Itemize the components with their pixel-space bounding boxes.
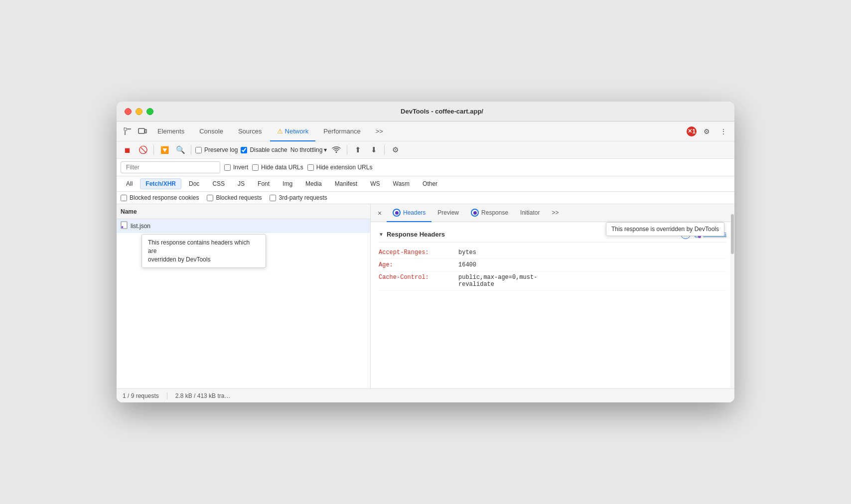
stop-recording-button[interactable]: ⏹	[121, 143, 134, 156]
filter-input[interactable]	[121, 161, 220, 173]
tab-elements[interactable]: Elements	[150, 122, 191, 141]
invert-input[interactable]	[224, 164, 231, 171]
svg-rect-0	[124, 128, 127, 130]
filter-all[interactable]: All	[121, 178, 138, 189]
hide-data-urls-input[interactable]	[252, 164, 259, 171]
detail-panel: × Headers Preview	[371, 204, 734, 388]
tab-network[interactable]: ⚠ Network	[270, 122, 316, 141]
section-arrow: ▼	[379, 232, 384, 237]
warning-icon: ⚠	[277, 127, 283, 135]
preserve-log-checkbox[interactable]: Preserve log	[195, 146, 238, 153]
filter-font[interactable]: Font	[252, 178, 275, 189]
filter-wasm[interactable]: Wasm	[388, 178, 416, 189]
header-row-age: Age: 16400	[379, 259, 726, 271]
filter-icon[interactable]: 🔽	[158, 143, 171, 156]
maximize-button[interactable]	[146, 108, 153, 115]
request-row[interactable]: list.json This response contains headers…	[117, 219, 370, 233]
override-circle-fill	[395, 211, 399, 215]
tab-headers[interactable]: Headers	[387, 205, 431, 222]
filter-bar: Invert Hide data URLs Hide extension URL…	[117, 159, 734, 176]
filter-css[interactable]: CSS	[207, 178, 230, 189]
toolbar-separator-1	[153, 145, 154, 155]
settings-gear-icon[interactable]: ⚙	[389, 143, 402, 156]
disable-cache-checkbox[interactable]: Disable cache	[241, 146, 287, 153]
hide-data-urls-checkbox[interactable]: Hide data URLs	[252, 164, 303, 171]
third-party-checkbox[interactable]: 3rd-party requests	[270, 194, 327, 201]
svg-point-3	[336, 151, 337, 153]
tab-more[interactable]: >>	[369, 122, 390, 141]
disable-cache-input[interactable]	[241, 147, 247, 153]
hide-extension-urls-checkbox[interactable]: Hide extension URLs	[307, 164, 373, 171]
device-icon[interactable]	[136, 125, 149, 138]
search-icon[interactable]: 🔍	[174, 143, 187, 156]
filter-ws[interactable]: WS	[365, 178, 385, 189]
tab-more-detail[interactable]: >>	[546, 205, 565, 222]
devtools-body: Elements Console Sources ⚠ Network Perfo…	[117, 122, 734, 402]
wifi-icon[interactable]	[330, 143, 343, 156]
close-button[interactable]	[125, 108, 132, 115]
window-title: DevTools - coffee-cart.app/	[157, 108, 726, 115]
nav-tabs: Elements Console Sources ⚠ Network Perfo…	[117, 122, 734, 141]
toolbar-separator-4	[384, 145, 385, 155]
minimize-button[interactable]	[136, 108, 142, 115]
chevron-down-icon: ▾	[324, 146, 327, 153]
headers-override-indicator	[393, 209, 401, 217]
blocked-cookies-checkbox[interactable]: Blocked response cookies	[121, 194, 199, 201]
response-override-tooltip: This response is overridden by DevTools	[606, 222, 724, 236]
close-detail-button[interactable]: ×	[375, 208, 385, 218]
response-override-fill	[473, 211, 477, 215]
header-row-cache-control: Cache-Control: public,max-age=0,must- re…	[379, 271, 726, 291]
scrollbar-track[interactable]	[730, 204, 734, 388]
filter-img[interactable]: Img	[277, 178, 298, 189]
blocked-cookies-input[interactable]	[121, 195, 127, 201]
title-bar: DevTools - coffee-cart.app/	[117, 102, 734, 122]
tab-response[interactable]: Response	[465, 205, 514, 222]
tab-initiator[interactable]: Initiator	[514, 205, 546, 222]
inspect-icon[interactable]	[121, 125, 135, 138]
tab-performance[interactable]: Performance	[316, 122, 367, 141]
toolbar-separator-3	[347, 145, 347, 155]
transfer-size: 2.8 kB / 413 kB tra…	[175, 392, 231, 399]
tab-console[interactable]: Console	[192, 122, 230, 141]
hide-extension-urls-input[interactable]	[307, 164, 314, 171]
third-party-input[interactable]	[270, 195, 276, 201]
clear-button[interactable]: 🚫	[137, 143, 149, 156]
request-name: list.json	[131, 223, 150, 230]
main-area: Name list.json This response contains he…	[117, 204, 734, 388]
filter-type-bar: All Fetch/XHR Doc CSS JS Font Img Media …	[117, 176, 734, 192]
preserve-log-input[interactable]	[195, 147, 202, 153]
filter-manifest[interactable]: Manifest	[329, 178, 363, 189]
download-icon[interactable]: ⬇	[367, 143, 380, 156]
toolbar-separator-2	[191, 145, 191, 155]
filter-js[interactable]: JS	[232, 178, 250, 189]
headers-content: ▼ Response Headers ? .headers	[371, 222, 734, 388]
throttle-select[interactable]: No throttling ▾	[290, 146, 327, 153]
network-toolbar: ⏹ 🚫 🔽 🔍 Preserve log Disable cache No th…	[117, 141, 734, 159]
invert-checkbox[interactable]: Invert	[224, 164, 248, 171]
tab-preview[interactable]: Preview	[431, 205, 465, 222]
nav-right: ✕ 1 ⚙ ⋮	[687, 125, 730, 138]
settings-icon[interactable]: ⚙	[700, 125, 713, 138]
more-options-icon[interactable]: ⋮	[716, 125, 730, 138]
scrollbar-thumb[interactable]	[731, 214, 734, 254]
response-override-indicator	[471, 209, 479, 217]
svg-point-5	[122, 226, 124, 228]
filter-media[interactable]: Media	[300, 178, 327, 189]
detail-tabs: × Headers Preview	[371, 204, 734, 222]
error-badge[interactable]: ✕ 1	[687, 126, 697, 136]
requests-header: Name	[117, 204, 370, 219]
filter-other[interactable]: Other	[417, 178, 443, 189]
request-count: 1 / 9 requests	[123, 392, 159, 399]
blocked-requests-checkbox[interactable]: Blocked requests	[207, 194, 262, 201]
status-separator	[167, 392, 167, 399]
blocked-requests-input[interactable]	[207, 195, 213, 201]
header-override-tooltip: This response contains headers which are…	[142, 234, 266, 268]
filter-fetch-xhr[interactable]: Fetch/XHR	[140, 178, 181, 189]
file-icon	[121, 221, 128, 231]
status-bar: 1 / 9 requests 2.8 kB / 413 kB tra…	[117, 388, 734, 402]
traffic-lights	[125, 108, 153, 115]
filter-doc[interactable]: Doc	[183, 178, 205, 189]
header-row-accept-ranges: Accept-Ranges: bytes	[379, 247, 726, 259]
upload-icon[interactable]: ⬆	[351, 143, 364, 156]
tab-sources[interactable]: Sources	[231, 122, 269, 141]
